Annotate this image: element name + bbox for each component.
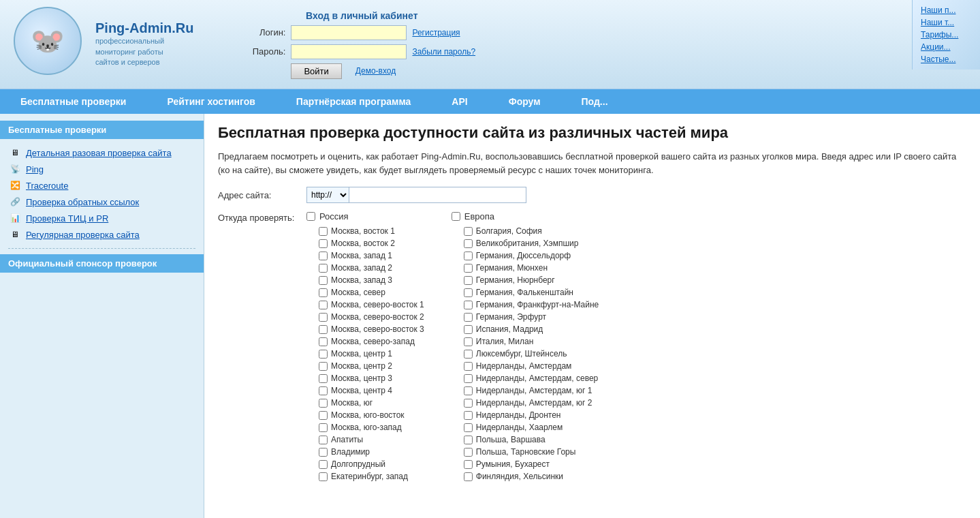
- europe-region-checkbox[interactable]: [452, 212, 460, 221]
- location-name: Москва, запад 3: [331, 275, 392, 285]
- location-checkbox[interactable]: [319, 460, 328, 469]
- nav-more[interactable]: Под...: [561, 89, 629, 114]
- location-checkbox[interactable]: [464, 386, 473, 395]
- location-checkbox[interactable]: [464, 350, 473, 359]
- list-item: Москва, центр 4: [306, 385, 424, 396]
- nav-api[interactable]: API: [431, 89, 488, 114]
- sidebar-link-traceroute[interactable]: Traceroute: [26, 181, 68, 191]
- list-item: Москва, восток 2: [306, 238, 424, 249]
- sidebar-item-tic[interactable]: 📊 Проверка ТИЦ и PR: [0, 210, 204, 226]
- list-item: Нидерланды, Хаарлем: [452, 422, 599, 433]
- location-checkbox[interactable]: [464, 472, 473, 481]
- location-name: Москва, юг: [331, 398, 373, 408]
- location-checkbox[interactable]: [319, 350, 328, 359]
- login-label: Логин:: [248, 27, 285, 37]
- sidebar-item-regular[interactable]: 🖥 Регулярная проверка сайта: [0, 226, 204, 243]
- sidebar-link-detail[interactable]: Детальная разовая проверка сайта: [26, 148, 172, 158]
- location-name: Москва, восток 2: [331, 239, 395, 248]
- location-name: Германия, Франкфурт-на-Майне: [476, 300, 599, 309]
- sidebar-link-backlinks[interactable]: Проверка обратных ссылок: [26, 197, 139, 207]
- sidebar-item-detail[interactable]: 🖥 Детальная разовая проверка сайта: [0, 144, 204, 161]
- list-item: Польша, Тарновские Горы: [452, 446, 599, 457]
- forgot-link[interactable]: Забыли пароль?: [412, 47, 475, 57]
- location-checkbox[interactable]: [464, 288, 473, 297]
- password-input[interactable]: [291, 44, 407, 59]
- sidebar-item-traceroute[interactable]: 🔀 Traceroute: [0, 177, 204, 194]
- check-from-label: Откуда проверять:: [218, 211, 300, 223]
- location-name: Москва, север: [331, 288, 385, 297]
- location-checkbox[interactable]: [319, 399, 328, 408]
- location-name: Нидерланды, Амстердам, юг 1: [476, 386, 592, 395]
- list-item: Апатиты: [306, 434, 424, 445]
- location-checkbox[interactable]: [464, 301, 473, 309]
- location-checkbox[interactable]: [319, 436, 328, 444]
- list-item: Нидерланды, Амстердам, юг 2: [452, 397, 599, 408]
- location-checkbox[interactable]: [319, 227, 328, 236]
- login-input[interactable]: [291, 25, 407, 40]
- location-checkbox[interactable]: [464, 325, 473, 334]
- location-name: Нидерланды, Дронтен: [476, 410, 561, 420]
- location-checkbox[interactable]: [464, 423, 473, 432]
- right-link-3[interactable]: Тарифы...: [921, 30, 972, 40]
- location-checkbox[interactable]: [319, 239, 328, 248]
- location-checkbox[interactable]: [464, 227, 473, 236]
- nav-free-checks[interactable]: Бесплатные проверки: [0, 89, 146, 114]
- list-item: Нидерланды, Дронтен: [452, 410, 599, 421]
- location-checkbox[interactable]: [464, 362, 473, 371]
- sidebar-item-backlinks[interactable]: 🔗 Проверка обратных ссылок: [0, 194, 204, 210]
- nav-hosting-rating[interactable]: Рейтинг хостингов: [146, 89, 275, 114]
- location-checkbox[interactable]: [319, 264, 328, 273]
- location-checkbox[interactable]: [319, 313, 328, 322]
- location-checkbox[interactable]: [464, 252, 473, 260]
- location-checkbox[interactable]: [464, 411, 473, 420]
- location-name: Москва, центр 3: [331, 374, 392, 383]
- location-checkbox[interactable]: [319, 423, 328, 432]
- location-checkbox[interactable]: [464, 374, 473, 383]
- sidebar-link-regular[interactable]: Регулярная проверка сайта: [26, 230, 140, 240]
- location-checkbox[interactable]: [319, 374, 328, 383]
- brand-text: Ping-Admin.Ru профессиональныймониторинг…: [95, 20, 193, 67]
- location-checkbox[interactable]: [319, 301, 328, 309]
- location-checkbox[interactable]: [319, 362, 328, 371]
- protocol-select[interactable]: http:// https://: [306, 187, 349, 203]
- location-name: Москва, центр 2: [331, 361, 392, 371]
- location-checkbox[interactable]: [319, 472, 328, 481]
- location-checkbox[interactable]: [464, 337, 473, 346]
- location-checkbox[interactable]: [319, 276, 328, 285]
- location-checkbox[interactable]: [319, 411, 328, 420]
- location-checkbox[interactable]: [319, 337, 328, 346]
- location-checkbox[interactable]: [464, 239, 473, 248]
- location-checkbox[interactable]: [464, 313, 473, 322]
- nav-forum[interactable]: Форум: [488, 89, 561, 114]
- sidebar-link-tic[interactable]: Проверка ТИЦ и PR: [26, 213, 108, 224]
- russia-region-checkbox[interactable]: [306, 212, 315, 221]
- location-name: Италия, Милан: [476, 337, 534, 346]
- right-link-5[interactable]: Частые...: [921, 55, 972, 64]
- location-name: Москва, центр 4: [331, 386, 392, 395]
- right-link-1[interactable]: Наши п...: [921, 5, 972, 15]
- sidebar-item-ping[interactable]: 📡 Ping: [0, 161, 204, 177]
- location-name: Польша, Варшава: [476, 435, 546, 444]
- location-checkbox[interactable]: [319, 288, 328, 297]
- location-checkbox[interactable]: [464, 399, 473, 408]
- nav-partner[interactable]: Партнёрская программа: [276, 89, 432, 114]
- sponsor-title: Официальный спонсор проверок: [0, 254, 204, 273]
- sidebar-link-ping[interactable]: Ping: [26, 164, 44, 174]
- register-link[interactable]: Регистрация: [412, 28, 460, 37]
- russia-region-header: Россия: [306, 211, 424, 222]
- location-checkbox[interactable]: [319, 386, 328, 395]
- right-link-2[interactable]: Наши т...: [921, 18, 972, 27]
- list-item: Москва, запад 2: [306, 262, 424, 273]
- url-input[interactable]: [349, 187, 526, 203]
- right-link-4[interactable]: Акции...: [921, 42, 972, 52]
- location-checkbox[interactable]: [464, 276, 473, 285]
- location-checkbox[interactable]: [464, 436, 473, 444]
- demo-link[interactable]: Демо-вход: [355, 66, 396, 76]
- login-button[interactable]: Войти: [291, 63, 341, 79]
- location-checkbox[interactable]: [464, 448, 473, 457]
- location-checkbox[interactable]: [319, 252, 328, 260]
- location-checkbox[interactable]: [464, 264, 473, 273]
- location-checkbox[interactable]: [464, 460, 473, 469]
- location-checkbox[interactable]: [319, 448, 328, 457]
- location-checkbox[interactable]: [319, 325, 328, 334]
